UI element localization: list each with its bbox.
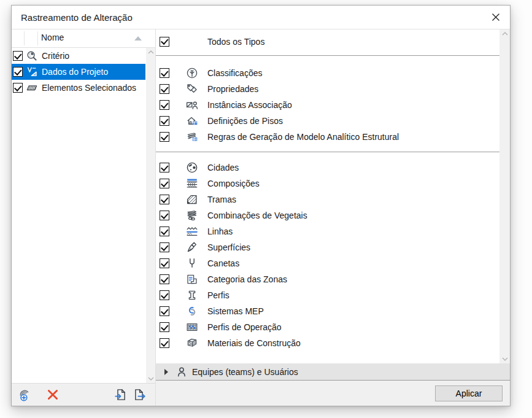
row-instancias-associacao[interactable]: Instâncias Associação <box>156 97 499 113</box>
checkbox[interactable] <box>160 68 169 78</box>
checkbox[interactable] <box>160 338 169 348</box>
checkbox[interactable] <box>160 116 169 126</box>
row-sistemas-mep[interactable]: Sistemas MEP <box>156 303 499 319</box>
instance-association-icon <box>186 99 198 111</box>
row-label: Categoria das Zonas <box>207 274 287 284</box>
apply-button[interactable]: Aplicar <box>435 385 503 401</box>
row-label: Propriedades <box>207 84 258 94</box>
checkbox[interactable] <box>160 274 169 284</box>
mep-system-icon <box>186 305 198 317</box>
checkbox[interactable] <box>160 242 169 252</box>
row-propriedades[interactable]: Propriedades <box>156 81 499 97</box>
row-definicoes-de-pisos[interactable]: Definições de Pisos <box>156 113 499 129</box>
row-label: Linhas <box>207 226 233 236</box>
left-scrollbar[interactable] <box>146 48 155 383</box>
list-item-label: Critério <box>42 51 69 61</box>
scroll-up-icon[interactable] <box>148 50 154 54</box>
globe-icon <box>186 161 198 174</box>
scroll-down-icon[interactable] <box>502 357 508 361</box>
export-document-icon <box>133 388 146 401</box>
project-data-icon <box>26 66 38 78</box>
change-tracking-dialog: Rastreamento de Alteração Nome <box>11 5 511 406</box>
zone-category-icon <box>186 273 198 285</box>
tracked-types-list: Todos os Tipos Classificações <box>156 29 510 363</box>
row-perfis-de-operacao[interactable]: Perfis de Operação <box>156 319 499 335</box>
list-item-criterio[interactable]: Critério <box>12 48 145 64</box>
delete-button[interactable] <box>46 388 60 401</box>
teams-users-section[interactable]: Equipes (teams) e Usuários <box>156 363 510 381</box>
list-item-label: Dados do Projeto <box>42 67 108 77</box>
dialog-footer: Aplicar <box>156 381 510 406</box>
column-divider <box>24 31 25 45</box>
row-tramas[interactable]: Tramas <box>156 192 499 207</box>
checkbox[interactable] <box>13 51 23 61</box>
tracking-sets-list: Critério Dados do Projeto <box>12 48 155 383</box>
close-icon <box>492 13 500 21</box>
checkbox[interactable] <box>13 67 23 77</box>
row-label: Materiais de Construção <box>207 338 301 348</box>
row-superficies[interactable]: Superfícies <box>156 239 499 255</box>
close-button[interactable] <box>482 6 510 29</box>
row-todos-os-tipos[interactable]: Todos os Tipos <box>156 33 499 50</box>
surface-brush-icon <box>186 241 198 254</box>
red-x-icon <box>46 388 60 401</box>
row-canetas[interactable]: Canetas <box>156 255 499 271</box>
row-materiais-de-construcao[interactable]: Materiais de Construção <box>156 335 499 351</box>
screen: Rastreamento de Alteração Nome <box>0 0 532 418</box>
checkbox[interactable] <box>160 322 169 332</box>
checkbox[interactable] <box>160 211 169 220</box>
row-regras-modelo-analitico[interactable]: Regras de Geração de Modelo Analítico Es… <box>156 129 499 145</box>
row-composicoes[interactable]: Composições <box>156 176 499 192</box>
row-label: Regras de Geração de Modelo Analítico Es… <box>207 132 399 142</box>
row-label: Instâncias Associação <box>207 100 292 110</box>
row-label: Perfis <box>207 290 229 300</box>
row-linhas[interactable]: Linhas <box>156 223 499 239</box>
checkbox[interactable] <box>160 258 169 268</box>
tracked-types-panel: Todos os Tipos Classificações <box>156 29 510 406</box>
checkbox[interactable] <box>160 226 169 236</box>
fill-hatch-icon <box>186 193 198 206</box>
row-label: Cidades <box>207 163 239 172</box>
checkbox[interactable] <box>160 195 169 204</box>
row-label: Canetas <box>207 258 239 268</box>
import-button[interactable] <box>114 388 128 401</box>
classification-tree-icon <box>186 67 198 79</box>
checkbox[interactable] <box>160 132 169 142</box>
row-cidades[interactable]: Cidades <box>156 160 499 176</box>
checkbox[interactable] <box>160 179 169 188</box>
list-item-dados-do-projeto[interactable]: Dados do Projeto <box>12 64 145 80</box>
checkbox[interactable] <box>160 84 169 94</box>
selected-elements-hatch-icon <box>26 82 38 94</box>
person-icon <box>175 366 188 378</box>
property-tags-icon <box>186 83 198 95</box>
right-scrollbar[interactable] <box>499 29 510 363</box>
checkbox[interactable] <box>160 37 169 47</box>
list-item-elementos-selecionados[interactable]: Elementos Selecionados <box>12 80 145 96</box>
checkbox[interactable] <box>160 100 169 110</box>
export-button[interactable] <box>133 388 146 401</box>
name-column-header[interactable]: Nome <box>41 33 64 42</box>
expand-arrow-icon[interactable] <box>164 369 168 375</box>
checkbox[interactable] <box>160 306 169 316</box>
composite-layers-icon <box>186 177 198 190</box>
scroll-up-icon[interactable] <box>502 32 508 36</box>
checkbox[interactable] <box>160 290 169 300</box>
row-perfis[interactable]: Perfis <box>156 287 499 303</box>
new-change-set-button[interactable] <box>18 388 31 401</box>
sort-ascending-icon[interactable] <box>134 36 142 41</box>
row-label: Superfícies <box>207 242 250 252</box>
checkbox[interactable] <box>13 83 23 93</box>
row-label: Combinações de Vegetais <box>207 211 307 220</box>
row-combinacoes-de-vegetais[interactable]: Combinações de Vegetais <box>156 207 499 223</box>
row-label: Tramas <box>207 195 236 204</box>
row-label: Sistemas MEP <box>207 306 264 316</box>
list-header[interactable]: Nome <box>12 29 155 48</box>
checkbox[interactable] <box>160 163 169 172</box>
group-project-data: Classificações Propriedades <box>156 56 499 152</box>
dialog-content: Nome Critério <box>12 29 510 406</box>
row-label: Todos os Tipos <box>207 37 264 47</box>
row-categoria-das-zonas[interactable]: Categoria das Zonas <box>156 271 499 287</box>
left-toolbar <box>12 383 155 406</box>
row-classificacoes[interactable]: Classificações <box>156 65 499 81</box>
scroll-down-icon[interactable] <box>148 377 154 381</box>
